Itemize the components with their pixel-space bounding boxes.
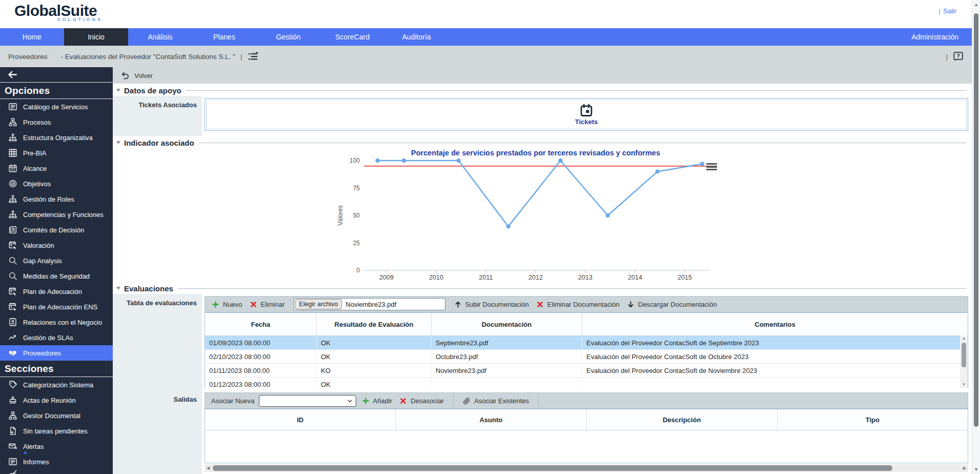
app-logo[interactable]: GlobalSuite SOLUTIONS	[14, 3, 103, 22]
arrow-up-icon	[454, 301, 462, 308]
salidas-select[interactable]	[259, 395, 356, 407]
collapse-icon[interactable]	[116, 141, 120, 144]
tab-administracion[interactable]: Administración	[898, 28, 972, 46]
section-divider	[186, 90, 967, 91]
sidebar-item-partial[interactable]	[8, 469, 17, 474]
choose-file-button[interactable]: Elegir archivo	[295, 299, 342, 309]
sidebar-item-plan-de-adecuacion-ens[interactable]: Plan de Adecuación ENS	[0, 299, 113, 314]
sidebar-item-estructura-organizativa[interactable]: Estructura Organizativa	[0, 130, 113, 145]
sidebar-item-medidas-de-seguridad[interactable]: Medidas de Seguridad	[0, 268, 113, 284]
sidebar-item-actas-de-reunion[interactable]: Actas de Reunión	[0, 392, 113, 408]
sidebar-item-alertas[interactable]: Alertas	[0, 439, 113, 454]
table-row[interactable]: 01/11/2023 08:00:00KONoviembre23.pdfEval…	[205, 364, 968, 378]
toolbar-divider	[453, 394, 454, 407]
tickets-link[interactable]: Tickets	[575, 118, 598, 126]
logout-link[interactable]: Salir	[943, 7, 956, 15]
sidebar-collapse-button[interactable]	[0, 67, 113, 83]
person-badge-icon	[8, 318, 17, 327]
scroll-thumb[interactable]	[962, 343, 966, 367]
sidebar-item-competencias-y-funciones[interactable]: Competencias y Funciones	[0, 207, 113, 222]
horizontal-scrollbar[interactable]: ◀ ▶	[205, 464, 968, 472]
section-header-indicador-asociado: Indicador asociado	[113, 137, 972, 148]
table-row[interactable]: 01/09/2023 08:00:00OKSeptiembre23.pdfEva…	[205, 336, 968, 350]
sidebar-item-label: Procesos	[23, 118, 51, 126]
table-row[interactable]: 02/10/2023 08:00:00OKOctubre23.pdfEvalua…	[205, 350, 968, 364]
tickets-calendar-icon[interactable]	[579, 103, 594, 117]
list-menu-icon[interactable]	[248, 51, 258, 62]
evaluations-table-scrollbar[interactable]: ▲ ▼	[960, 335, 968, 388]
sidebar-item-plan-de-adecuacion[interactable]: Plan de Adecuación	[0, 284, 113, 299]
collapse-icon[interactable]	[116, 89, 120, 92]
sidebar-item-label: Relaciones con el Negocio	[23, 319, 102, 326]
page-scroll-up-arrow[interactable]: ▲	[972, 2, 980, 7]
breadcrumb-bar: Proveedores - Evaluaciones del Proveedor…	[0, 46, 972, 67]
section-header-evaluaciones: Evaluaciones	[113, 283, 972, 294]
tab-auditoria[interactable]: Auditoría	[384, 28, 448, 46]
tab-home[interactable]: Home	[0, 28, 64, 46]
sidebar-item-pre-bia[interactable]: Pre-BIA	[0, 145, 113, 161]
table-row[interactable]: 01/12/2023 08:00:00OK	[205, 378, 968, 388]
salidas-row: Salidas Asociar Nueva Añadir	[113, 390, 972, 474]
scroll-down-arrow[interactable]: ▼	[962, 382, 966, 388]
sidebar-item-procesos[interactable]: Procesos	[0, 114, 113, 130]
sidebar-item-label: Gestión de SLAs	[23, 334, 73, 342]
tickets-field[interactable]: Tickets	[205, 98, 968, 131]
sidebar-item-relaciones-con-el-negocio[interactable]: Relaciones con el Negocio	[0, 314, 113, 330]
sidebar-item-valoracion[interactable]: Valoración	[0, 238, 113, 253]
add-button[interactable]: Añadir	[359, 397, 395, 405]
tab-planes[interactable]: Planes	[192, 28, 256, 46]
associate-existing-button[interactable]: Asociar Existentes	[460, 397, 532, 405]
tab-analisis[interactable]: Análisis	[128, 28, 192, 46]
collapse-icon[interactable]	[116, 287, 120, 290]
delete-button[interactable]: Eliminar	[247, 301, 288, 308]
chart-title: Porcentaje de servicios prestados por te…	[411, 149, 660, 157]
table-cell: Evaluación del Proveedor ContacSoft de N…	[582, 364, 968, 377]
volver-button[interactable]: Volver	[121, 71, 153, 80]
scroll-up-arrow[interactable]: ▲	[962, 335, 966, 342]
sidebar-item-categorizacion-sistema[interactable]: Categorización Sistema	[0, 377, 113, 392]
content-area: Datos de apoyo Tickets Asociados Tickets	[113, 84, 972, 474]
sidebar-item-gap-analysis[interactable]: Gap Analysis	[0, 253, 113, 268]
scroll-right-arrow[interactable]: ▶	[961, 466, 968, 470]
sidebar-item-gestor-documental[interactable]: Gestor Documental	[0, 408, 113, 423]
sidebar-item-catalogo-de-servicios[interactable]: Catálogo de Servicios	[0, 99, 113, 114]
sidebar-item-comites-de-decision[interactable]: Comités de Decisión	[0, 222, 113, 238]
sidebar-item-informes[interactable]: Informes	[0, 454, 113, 469]
plus-icon	[212, 301, 219, 308]
sidebar-item-proveedores[interactable]: Proveedores	[0, 345, 113, 361]
page-scroll-down-arrow[interactable]: ▼	[972, 467, 980, 472]
tab-inicio[interactable]: Inicio	[64, 28, 128, 46]
doc-plus-icon	[8, 426, 17, 436]
svg-text:2010: 2010	[429, 274, 443, 281]
column-header-tipo: Tipo	[778, 409, 968, 430]
handshake-icon	[8, 348, 17, 358]
tab-scorecard[interactable]: ScoreCard	[320, 28, 384, 46]
main-nav: HomeInicioAnálisisPlanesGestiónScoreCard…	[0, 28, 972, 46]
breadcrumb-section[interactable]: Proveedores	[8, 53, 48, 61]
chart-ylabel: Valores	[337, 205, 344, 226]
chart-menu-icon[interactable]	[706, 162, 717, 172]
horizontal-scroll-thumb[interactable]	[213, 465, 892, 471]
sidebar-item-gestion-de-slas[interactable]: Gestión de SLAs	[0, 330, 113, 345]
sidebar-item-label: Competencias y Funciones	[23, 211, 104, 219]
upload-doc-button[interactable]: Subir Documentación	[452, 301, 532, 308]
sidebar-item-sin-tareas-pendientes[interactable]: Sin tareas pendientes	[0, 423, 113, 439]
hierarchy-icon	[8, 133, 17, 142]
svg-text:2013: 2013	[578, 274, 593, 281]
table-cell: 01/12/2023 08:00:00	[205, 378, 317, 388]
tab-gestion[interactable]: Gestión	[256, 28, 320, 46]
page-scrollbar[interactable]: ▲ ▼	[972, 0, 980, 474]
delete-doc-button[interactable]: Eliminar Documentación	[534, 301, 622, 308]
table-cell: Septiembre23.pdf	[432, 336, 582, 349]
svg-text:25: 25	[353, 240, 360, 247]
scroll-left-arrow[interactable]: ◀	[205, 466, 212, 470]
sidebar-item-objetivos[interactable]: Objetivos	[0, 176, 113, 191]
download-doc-button[interactable]: Descargar Documentación	[624, 301, 720, 308]
disassociate-button[interactable]: Desasociar	[397, 397, 446, 405]
help-icon[interactable]: ?	[953, 51, 964, 62]
sidebar-item-gestion-de-roles[interactable]: Gestión de Roles	[0, 191, 113, 207]
sidebar-item-alcance[interactable]: Alcance	[0, 161, 113, 176]
file-input[interactable]: Elegir archivo Noviembre23.pdf	[294, 298, 445, 310]
page-scroll-thumb[interactable]	[974, 13, 978, 427]
new-button[interactable]: Nuevo	[209, 301, 245, 308]
